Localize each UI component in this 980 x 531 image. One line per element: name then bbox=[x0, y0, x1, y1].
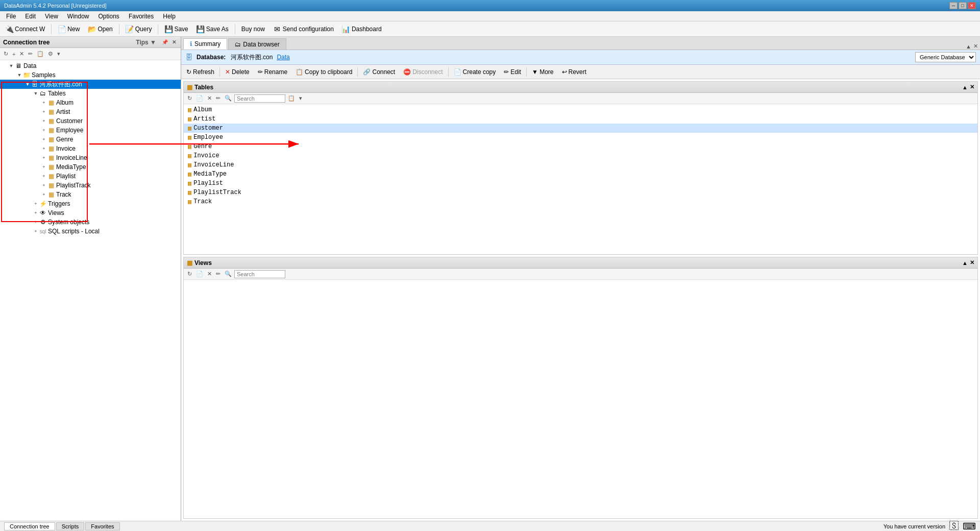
tree-node-triggers[interactable]: + ⚡ Triggers bbox=[0, 199, 181, 208]
rename-button[interactable]: ✏ Rename bbox=[255, 67, 290, 77]
minimize-button[interactable]: ─ bbox=[949, 2, 958, 9]
maximize-button[interactable]: □ bbox=[959, 2, 967, 9]
menu-window[interactable]: Window bbox=[63, 12, 93, 21]
save-button[interactable]: 💾 Save bbox=[161, 23, 191, 35]
tree-node-album[interactable]: + ▦ Album bbox=[0, 98, 181, 107]
panel-close-button[interactable]: ✕ bbox=[170, 39, 178, 46]
status-tab-connection-tree[interactable]: Connection tree bbox=[4, 522, 55, 530]
views-search-icon-btn[interactable]: 🔍 bbox=[223, 270, 233, 278]
menu-options[interactable]: Options bbox=[94, 12, 124, 21]
dashboard-button[interactable]: 📊 Dashboard bbox=[339, 23, 385, 35]
connect-button[interactable]: 🔌 Connect W bbox=[2, 23, 48, 35]
views-add-btn[interactable]: 📄 bbox=[194, 270, 205, 278]
tables-refresh-btn[interactable]: ↻ bbox=[186, 94, 193, 102]
disconnect-button[interactable]: ⛔ Disconnect bbox=[400, 67, 446, 77]
tree-settings-btn[interactable]: ⚙ bbox=[46, 50, 55, 58]
query-button[interactable]: 📝 Query bbox=[122, 23, 155, 35]
toolbar-separator-4 bbox=[235, 24, 235, 34]
buy-now-button[interactable]: Buy now bbox=[238, 24, 268, 34]
db-breadcrumb-link[interactable]: Data bbox=[277, 54, 289, 61]
more-button[interactable]: ▼ More bbox=[529, 67, 557, 77]
table-item-track[interactable]: ▦ Track bbox=[184, 197, 977, 206]
menu-favorites[interactable]: Favorites bbox=[125, 12, 158, 21]
tree-node-tables[interactable]: ▼ 🗂 Tables bbox=[0, 89, 181, 98]
expand-button[interactable]: ▲ bbox=[966, 43, 971, 50]
tree-node-views[interactable]: + 👁 Views bbox=[0, 208, 181, 218]
tree-node-samples[interactable]: ▼ 📁 Samples bbox=[0, 70, 181, 80]
tables-copy-btn[interactable]: 📋 bbox=[286, 94, 297, 102]
open-button[interactable]: 📂 Open bbox=[85, 23, 115, 35]
tree-node-playlist[interactable]: + ▦ Playlist bbox=[0, 172, 181, 181]
views-search-input[interactable] bbox=[234, 270, 285, 278]
database-label: Database: bbox=[197, 54, 226, 61]
table-item-invoice[interactable]: ▦ Invoice bbox=[184, 151, 977, 160]
new-button[interactable]: 📄 New bbox=[55, 23, 83, 35]
table-item-mediatype[interactable]: ▦ MediaType bbox=[184, 170, 977, 179]
tree-node-invoiceline[interactable]: + ▦ InvoiceLine bbox=[0, 153, 181, 162]
tree-node-data[interactable]: ▼ 🖥 Data bbox=[0, 61, 181, 70]
tree-node-playlisttrack[interactable]: + ▦ PlaylistTrack bbox=[0, 181, 181, 190]
views-refresh-btn[interactable]: ↻ bbox=[186, 270, 193, 278]
tables-close-btn[interactable]: ✕ bbox=[970, 84, 974, 90]
tree-copy-btn[interactable]: 📋 bbox=[35, 50, 45, 58]
tree-node-con[interactable]: ▼ 🗄 河系软件图.con bbox=[0, 80, 181, 89]
menu-file[interactable]: File bbox=[2, 12, 20, 21]
tables-add-btn[interactable]: 📄 bbox=[194, 94, 205, 102]
tables-delete-btn[interactable]: ✕ bbox=[206, 94, 213, 102]
tree-node-artist[interactable]: + ▦ Artist bbox=[0, 107, 181, 116]
tables-search-icon-btn[interactable]: 🔍 bbox=[223, 94, 233, 102]
tree-node-mediatype[interactable]: + ▦ MediaType bbox=[0, 162, 181, 172]
tree-more-btn[interactable]: ▾ bbox=[56, 50, 62, 58]
save-as-button[interactable]: 💾 Save As bbox=[193, 23, 232, 35]
connect-db-button[interactable]: 🔗 Connect bbox=[360, 67, 398, 77]
send-config-button[interactable]: ✉ Send configuration bbox=[270, 23, 337, 35]
views-close-btn[interactable]: ✕ bbox=[970, 259, 974, 266]
table-item-invoiceline[interactable]: ▦ InvoiceLine bbox=[184, 160, 977, 170]
table-item-playlist[interactable]: ▦ Playlist bbox=[184, 179, 977, 188]
views-edit-btn[interactable]: ✏ bbox=[214, 270, 222, 278]
tree-refresh-btn[interactable]: ↻ bbox=[2, 50, 10, 58]
tables-edit-btn[interactable]: ✏ bbox=[214, 94, 222, 102]
db-type-select[interactable]: Generic Database bbox=[915, 52, 976, 62]
menu-view[interactable]: View bbox=[41, 12, 62, 21]
table-item-genre[interactable]: ▦ Genre bbox=[184, 142, 977, 151]
tree-node-customer[interactable]: + ▦ Customer bbox=[0, 116, 181, 126]
status-tab-scripts[interactable]: Scripts bbox=[56, 522, 85, 530]
tab-data-browser[interactable]: 🗂 Data browser bbox=[228, 38, 286, 50]
tree-edit-btn[interactable]: ✏ bbox=[27, 50, 34, 58]
copy-to-clipboard-button[interactable]: 📋 Copy to clipboard bbox=[292, 67, 355, 77]
data-browser-tab-label: Data browser bbox=[243, 41, 279, 48]
tables-search-input[interactable] bbox=[234, 94, 285, 103]
tree-node-employee[interactable]: + ▦ Employee bbox=[0, 126, 181, 135]
close-button[interactable]: ✕ bbox=[968, 2, 976, 9]
menu-help[interactable]: Help bbox=[159, 12, 180, 21]
window-controls[interactable]: ─ □ ✕ bbox=[949, 2, 976, 9]
views-delete-btn[interactable]: ✕ bbox=[206, 270, 213, 278]
status-tab-favorites[interactable]: Favorites bbox=[85, 522, 119, 530]
revert-button[interactable]: ↩ Revert bbox=[559, 67, 590, 77]
refresh-button[interactable]: ↻ Refresh bbox=[183, 67, 217, 77]
tables-more-btn[interactable]: ▾ bbox=[298, 94, 304, 102]
tree-delete-btn[interactable]: ✕ bbox=[18, 50, 26, 58]
tips-button[interactable]: Tips ▼ bbox=[133, 39, 159, 46]
pin-button[interactable]: 📌 bbox=[161, 39, 168, 46]
tree-add-btn[interactable]: + bbox=[11, 51, 17, 58]
tree-node-genre[interactable]: + ▦ Genre bbox=[0, 135, 181, 144]
tree-node-sql-scripts[interactable]: + sql SQL scripts - Local bbox=[0, 227, 181, 236]
table-item-employee[interactable]: ▦ Employee bbox=[184, 133, 977, 142]
tree-node-invoice[interactable]: + ▦ Invoice bbox=[0, 144, 181, 153]
delete-button[interactable]: ✕ Delete bbox=[222, 67, 253, 77]
create-copy-button[interactable]: 📄 Create copy bbox=[451, 67, 499, 77]
tree-node-track[interactable]: + ▦ Track bbox=[0, 190, 181, 199]
tree-node-system-objects[interactable]: + ⚙ System objects bbox=[0, 218, 181, 227]
table-item-playlisttrack[interactable]: ▦ PlaylistTrack bbox=[184, 188, 977, 197]
menu-edit[interactable]: Edit bbox=[21, 12, 40, 21]
views-expand-btn[interactable]: ▲ bbox=[962, 260, 968, 266]
tab-close-button[interactable]: ✕ bbox=[973, 43, 978, 50]
tables-expand-btn[interactable]: ▲ bbox=[962, 84, 968, 90]
table-item-album[interactable]: ▦ Album bbox=[184, 105, 977, 114]
tab-summary[interactable]: ℹ Summary bbox=[183, 38, 227, 50]
table-item-artist[interactable]: ▦ Artist bbox=[184, 114, 977, 124]
table-item-customer[interactable]: ▦ Customer bbox=[184, 124, 977, 133]
edit-button[interactable]: ✏ Edit bbox=[501, 67, 524, 77]
